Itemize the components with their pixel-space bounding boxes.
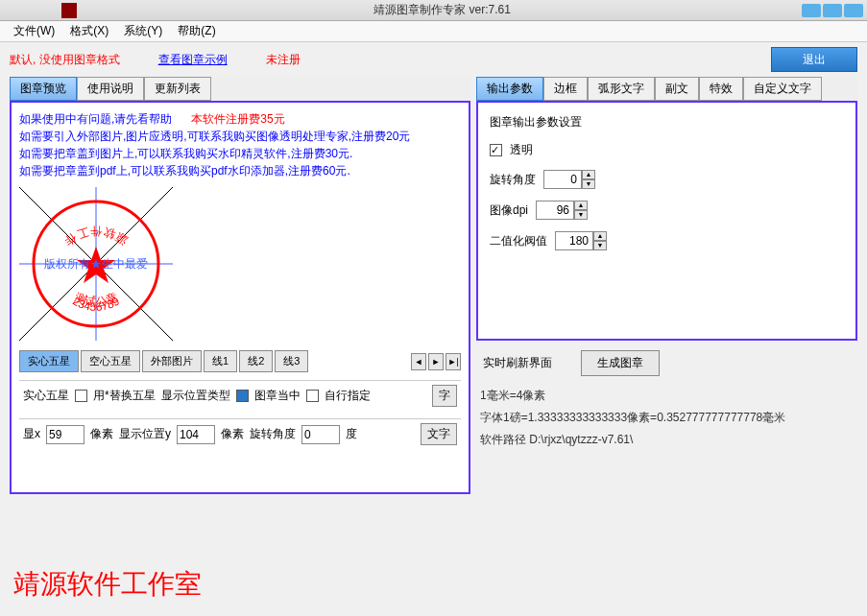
down-arrow-icon[interactable]: ▼ [582, 179, 595, 189]
control-row-1: 实心五星 用*替换五星 显示位置类型 图章当中 自行指定 字 [19, 380, 461, 411]
shape-hollow-star[interactable]: 空心五星 [81, 350, 140, 372]
right-tabs: 输出参数 边框 弧形文字 副文 特效 自定义文字 [476, 77, 857, 101]
exit-button[interactable]: 退出 [771, 47, 857, 72]
shape-external-img[interactable]: 外部图片 [142, 350, 202, 372]
close-icon[interactable] [844, 4, 863, 17]
menu-help[interactable]: 帮助(Z) [172, 21, 221, 41]
tab-subtext[interactable]: 副文 [655, 77, 699, 101]
app-icon [61, 3, 77, 18]
up-arrow-icon[interactable]: ▲ [582, 170, 595, 179]
footer: 版权所有:靖源软件工作室 网址:http://www.dxmylove.com … [0, 612, 867, 616]
tab-usage[interactable]: 使用说明 [77, 77, 144, 101]
rotation-spinner[interactable]: ▲▼ [543, 170, 595, 189]
dpi-spinner[interactable]: ▲▼ [536, 201, 588, 220]
unregistered-label: 未注册 [266, 52, 301, 68]
pos-type-label: 显示位置类型 [161, 388, 230, 404]
output-panel: 图章输出参数设置 透明 旋转角度 ▲▼ 图像dpi ▲▼ 二值化 [476, 101, 857, 341]
scroll-left-icon[interactable]: ◄ [411, 353, 426, 370]
shape-line1[interactable]: 线1 [204, 350, 237, 372]
up-arrow-icon[interactable]: ▲ [593, 231, 607, 241]
refresh-label: 实时刷新界面 [483, 356, 552, 369]
dpi-label: 图像dpi [490, 202, 528, 219]
up-arrow-icon[interactable]: ▲ [574, 201, 588, 210]
left-tabs: 图章预览 使用说明 更新列表 [10, 77, 470, 101]
rotation-label: 旋转角度 [490, 172, 536, 188]
transparent-checkbox[interactable] [490, 144, 502, 156]
px-label-2: 像素 [221, 426, 244, 442]
tab-arc-text[interactable]: 弧形文字 [588, 77, 655, 101]
output-group-title: 图章输出参数设置 [490, 114, 844, 130]
menu-format[interactable]: 格式(X) [64, 21, 114, 41]
scroll-end-icon[interactable]: ►| [446, 353, 461, 370]
x-input[interactable] [46, 425, 84, 444]
menubar: 文件(W) 格式(X) 系统(Y) 帮助(Z) [0, 21, 867, 42]
maximize-icon[interactable] [823, 4, 842, 17]
topbar: 默认, 没使用图章格式 查看图章示例 未注册 退出 [0, 42, 867, 77]
rot-input[interactable] [301, 425, 340, 444]
minimize-icon[interactable] [802, 4, 821, 17]
rot-label: 旋转角度 [250, 426, 296, 442]
tab-custom-text[interactable]: 自定义文字 [743, 77, 822, 101]
font-info: 字体1磅=1.33333333333333像素=0.35277777777777… [480, 410, 854, 426]
pos-center-checkbox[interactable] [236, 390, 249, 402]
tab-effects[interactable]: 特效 [699, 77, 743, 101]
view-sample-link[interactable]: 查看图章示例 [158, 52, 228, 68]
px-label-1: 像素 [90, 426, 113, 442]
font-button[interactable]: 字 [432, 385, 457, 407]
y-input[interactable] [177, 425, 215, 444]
menu-file[interactable]: 文件(W) [8, 21, 60, 41]
transparent-label: 透明 [510, 142, 533, 158]
shape-name-label: 实心五星 [23, 388, 69, 404]
window-controls [802, 4, 863, 17]
rotation-input[interactable] [543, 170, 582, 189]
dpi-input[interactable] [536, 201, 574, 220]
threshold-input[interactable] [555, 231, 593, 250]
scroll-right-icon[interactable]: ► [428, 353, 444, 370]
menu-system[interactable]: 系统(Y) [118, 21, 168, 41]
right-lower: 实时刷新界面 生成图章 1毫米=4像素 字体1磅=1.3333333333333… [476, 341, 857, 463]
pos-custom-checkbox[interactable] [306, 390, 319, 402]
window-title: 靖源图章制作专家 ver:7.61 [83, 2, 802, 18]
pos-center-label: 图章当中 [254, 388, 301, 404]
down-arrow-icon[interactable]: ▼ [593, 241, 607, 250]
pos-custom-label: 自行指定 [325, 388, 371, 404]
shape-line2[interactable]: 线2 [239, 350, 273, 372]
svg-text:版权所有★生中最爱: 版权所有★生中最爱 [44, 257, 148, 271]
preview-panel: 如果使用中有问题,请先看帮助 本软件注册费35元 如需要引入外部图片,图片应透明… [10, 101, 470, 494]
threshold-label: 二值化阀值 [490, 233, 547, 249]
studio-label: 靖源软件工作室 [0, 557, 867, 612]
shape-solid-star[interactable]: 实心五星 [19, 350, 79, 372]
threshold-spinner[interactable]: ▲▼ [555, 231, 607, 250]
tab-border[interactable]: 边框 [543, 77, 588, 101]
x-label: 显x [23, 426, 40, 442]
deg-label: 度 [346, 426, 357, 442]
mm-info: 1毫米=4像素 [480, 388, 854, 404]
use-asterisk-checkbox[interactable] [75, 390, 87, 402]
text-button[interactable]: 文字 [421, 423, 457, 445]
y-label: 显示位置y [119, 426, 171, 442]
tab-preview[interactable]: 图章预览 [10, 77, 77, 101]
tab-output[interactable]: 输出参数 [476, 77, 543, 101]
control-row-2: 显x 像素 显示位置y 像素 旋转角度 度 文字 [19, 418, 461, 449]
seal-preview: 版权所有★生中最爱 测试公章 23456789 源 软 件 工 作 [19, 187, 173, 341]
use-asterisk-label: 用*替换五星 [93, 388, 156, 404]
tab-updates[interactable]: 更新列表 [144, 77, 211, 101]
path-info: 软件路径 D:\rjxz\qytzzz-v7.61\ [480, 432, 854, 448]
help-text: 如果使用中有问题,请先看帮助 本软件注册费35元 如需要引入外部图片,图片应透明… [19, 110, 461, 179]
titlebar: 靖源图章制作专家 ver:7.61 [0, 0, 867, 21]
format-status: 默认, 没使用图章格式 [10, 52, 120, 68]
shape-tabs: 实心五星 空心五星 外部图片 线1 线2 线3 ◄ ► ►| [19, 350, 461, 372]
down-arrow-icon[interactable]: ▼ [574, 210, 588, 220]
shape-line3[interactable]: 线3 [275, 350, 308, 372]
generate-button[interactable]: 生成图章 [581, 350, 660, 376]
